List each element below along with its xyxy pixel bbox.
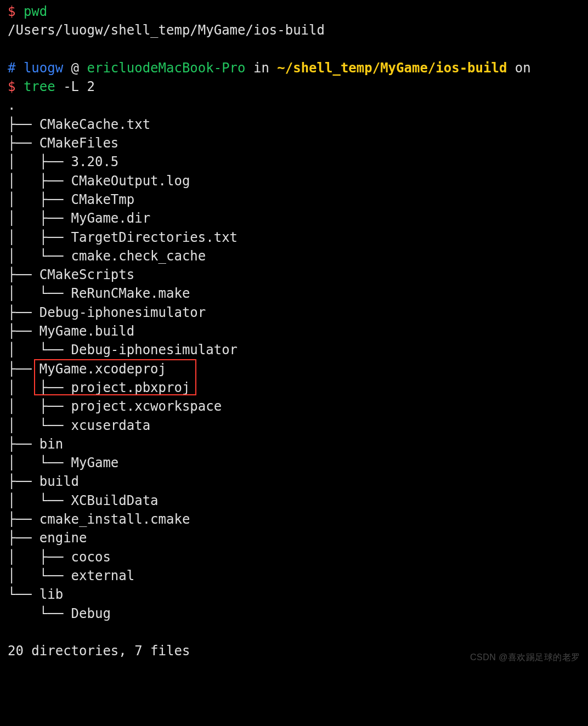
tree-line: ├── engine [8,529,588,547]
blank-line [8,40,588,59]
terminal-line: $ tree -L 2 [8,77,588,96]
tree-line: │ ├── 3.20.5 [8,152,588,171]
prompt-hash: # [8,60,15,76]
tree-line: ├── Debug-iphonesimulator [8,303,588,322]
prompt-at: @ [63,60,87,76]
cmd-args: -L 2 [63,79,95,94]
prompt-host: ericluodeMacBook-Pro [87,60,246,76]
prompt-user: luogw [24,60,63,76]
tree-line: ├── MyGame.build [8,322,588,341]
tree-line: │ ├── cocos [8,548,588,566]
prompt-path: ~/shell_temp/MyGame/ios-build [277,60,507,76]
terminal-line: $ pwd [8,2,588,21]
tree-line: │ └── MyGame [8,453,588,472]
tree-line: │ └── ReRunCMake.make [8,284,588,303]
tree-line: │ ├── CMakeOutput.log [8,172,588,190]
tree-line: │ ├── MyGame.dir [8,209,588,228]
tree-line: ├── build [8,472,588,491]
tree-line: │ ├── TargetDirectories.txt [8,228,588,247]
cmd-pwd: pwd [24,4,47,19]
prompt-on: on [507,60,530,76]
tree-line: │ └── external [8,566,588,585]
tree-line: │ ├── CMakeTmp [8,190,588,209]
tree-line: ├── CMakeCache.txt [8,115,588,134]
tree-line: ├── CMakeFiles [8,134,588,152]
tree-line: └── Debug [8,604,588,623]
tree-line: │ └── cmake.check_cache [8,247,588,265]
tree-root: . [8,96,588,115]
prompt-dollar: $ [8,79,15,94]
tree-line: │ └── Debug-iphonesimulator [8,341,588,359]
cmd-tree: tree [24,79,55,94]
prompt-dollar: $ [8,4,15,19]
pwd-output: /Users/luogw/shell_temp/MyGame/ios-build [8,21,588,39]
tree-line: ├── cmake_install.cmake [8,510,588,529]
prompt-in: in [246,60,278,76]
tree-line: │ ├── project.xcworkspace [8,397,588,416]
shell-prompt: # luogw @ ericluodeMacBook-Pro in ~/shel… [8,59,588,77]
watermark-text: CSDN @喜欢踢足球的老罗 [470,648,580,667]
tree-line: ├── MyGame.xcodeproj [8,360,588,378]
tree-line: │ ├── project.pbxproj [8,378,588,397]
blank-line [8,623,588,642]
tree-line: │ └── xcuserdata [8,416,588,435]
tree-line: ├── bin [8,435,588,453]
tree-line: ├── CMakeScripts [8,265,588,284]
tree-line: │ └── XCBuildData [8,491,588,510]
tree-line: └── lib [8,585,588,604]
